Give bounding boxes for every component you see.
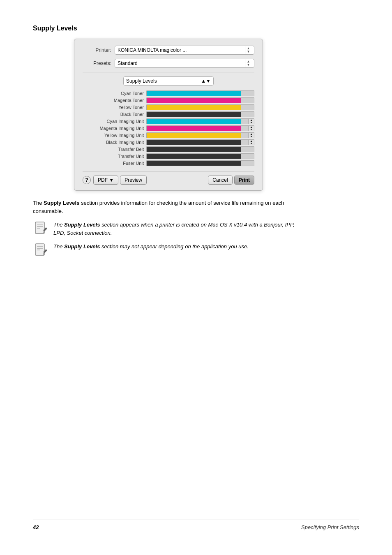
supply-bar-container: ▲▼ (146, 132, 254, 138)
note-2-text: The Supply Levels section may not appear… (53, 243, 249, 251)
supply-bar-container (146, 104, 254, 110)
supply-name: Transfer Unit (83, 154, 146, 159)
supply-bar (147, 147, 241, 152)
presets-label: Presets: (83, 60, 111, 66)
note-icon-2 (33, 243, 49, 257)
supply-bar (147, 112, 241, 117)
pdf-button[interactable]: PDF ▼ (93, 176, 118, 185)
supply-row: Cyan Toner (83, 90, 254, 96)
supply-bar (147, 119, 241, 124)
supply-name: Magenta Imaging Unit (83, 126, 146, 131)
supply-name: Cyan Toner (83, 91, 146, 96)
supply-row: Magenta Imaging Unit▲▼ (83, 125, 254, 131)
supply-name: Magenta Toner (83, 98, 146, 103)
note1-bold: Supply Levels (64, 222, 100, 228)
presets-select[interactable]: Standard ▲▼ (115, 59, 254, 68)
supply-levels-row: Supply Levels ▲▼ (83, 76, 254, 86)
note-block-2: The Supply Levels section may not appear… (33, 243, 296, 257)
supply-bar-container: ▲▼ (146, 139, 254, 145)
supply-bar (147, 140, 241, 145)
supply-row: Transfer Unit (83, 153, 254, 159)
note-block-1: The Supply Levels section appears when a… (33, 221, 296, 237)
note2-rest: section may not appear depending on the … (101, 243, 249, 250)
supply-name: Yellow Toner (83, 105, 146, 110)
dialog-bottom: ? PDF ▼ Preview Cancel Print (83, 171, 254, 185)
supply-name: Transfer Belt (83, 147, 146, 152)
supply-bar (147, 154, 241, 159)
note-icon-1 (33, 221, 49, 236)
supply-bar (147, 161, 241, 166)
printer-row: Printer: KONICA MINOLTA magicolor ... ▲▼ (83, 46, 254, 55)
footer-page-number: 42 (33, 524, 39, 530)
supply-bar (147, 98, 241, 103)
print-button[interactable]: Print (234, 176, 254, 185)
supply-row: Fuser Unit (83, 160, 254, 166)
presets-value: Standard (118, 60, 138, 66)
section-title: Supply Levels (33, 25, 359, 32)
supply-table: Cyan TonerMagenta TonerYellow TonerBlack… (83, 90, 254, 166)
supply-bar-container: ▲▼ (146, 118, 254, 124)
supply-bar (147, 133, 241, 138)
page-footer: 42 Specifying Print Settings (33, 520, 359, 530)
supply-bar-container (146, 146, 254, 152)
intro-bold: Supply Levels (44, 200, 79, 206)
supply-bar-container (146, 153, 254, 159)
supply-name: Fuser Unit (83, 161, 146, 166)
supply-bar-container (146, 111, 254, 117)
supply-levels-select[interactable]: Supply Levels ▲▼ (123, 76, 214, 86)
dialog-divider (83, 72, 254, 72)
preview-button[interactable]: Preview (120, 176, 147, 185)
supply-levels-label: Supply Levels (126, 78, 157, 84)
supply-levels-stepper[interactable]: ▲▼ (201, 78, 211, 84)
presets-stepper[interactable]: ▲▼ (245, 59, 251, 67)
supply-bar-container (146, 97, 254, 103)
supply-name: Cyan Imaging Unit (83, 119, 146, 124)
supply-name: Black Toner (83, 112, 146, 117)
supply-name: Black Imaging Unit (83, 140, 146, 145)
print-dialog: Printer: KONICA MINOLTA magicolor ... ▲▼… (74, 39, 263, 191)
printer-value: KONICA MINOLTA magicolor ... (118, 47, 187, 53)
help-button[interactable]: ? (83, 176, 91, 184)
body-text: The Supply Levels section provides infor… (33, 199, 296, 257)
printer-label: Printer: (83, 47, 111, 53)
supply-bar (147, 126, 241, 131)
presets-row: Presets: Standard ▲▼ (83, 59, 254, 68)
note-1-text: The Supply Levels section appears when a… (53, 221, 296, 237)
note2-bold: Supply Levels (64, 243, 100, 250)
supply-row: Transfer Belt (83, 146, 254, 152)
printer-select[interactable]: KONICA MINOLTA magicolor ... ▲▼ (115, 46, 254, 55)
supply-row: Magenta Toner (83, 97, 254, 103)
supply-row: Black Imaging Unit▲▼ (83, 139, 254, 145)
supply-bar-container: ▲▼ (146, 125, 254, 131)
footer-title: Specifying Print Settings (301, 524, 359, 530)
supply-row: Cyan Imaging Unit▲▼ (83, 118, 254, 124)
printer-stepper[interactable]: ▲▼ (245, 46, 251, 54)
supply-bar (147, 91, 241, 96)
supply-name: Yellow Imaging Unit (83, 133, 146, 138)
supply-row: Black Toner (83, 111, 254, 117)
supply-bar-container (146, 90, 254, 96)
supply-bar-container (146, 160, 254, 166)
supply-row: Yellow Imaging Unit▲▼ (83, 132, 254, 138)
intro-paragraph: The Supply Levels section provides infor… (33, 199, 296, 215)
supply-bar-stepper[interactable]: ▲▼ (248, 126, 254, 131)
supply-bar-stepper[interactable]: ▲▼ (248, 140, 254, 145)
supply-row: Yellow Toner (83, 104, 254, 110)
cancel-button[interactable]: Cancel (208, 176, 232, 185)
supply-bar-stepper[interactable]: ▲▼ (248, 119, 254, 124)
supply-bar-stepper[interactable]: ▲▼ (248, 133, 254, 138)
supply-bar (147, 105, 241, 110)
